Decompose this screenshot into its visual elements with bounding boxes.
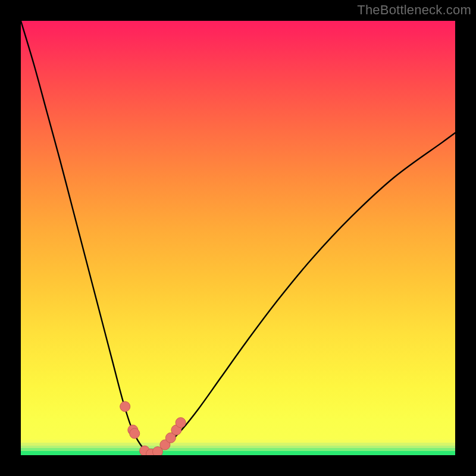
curve-left-branch — [21, 21, 149, 453]
outer-frame: TheBottleneck.com — [0, 0, 476, 476]
marker-group — [120, 402, 186, 455]
watermark-text: TheBottleneck.com — [357, 2, 471, 18]
marker-point — [176, 418, 186, 428]
curve-layer — [21, 21, 455, 455]
marker-point — [130, 428, 140, 439]
bottleneck-curve — [21, 21, 455, 453]
marker-point — [120, 402, 130, 412]
plot-area — [21, 21, 455, 455]
curve-right-branch — [149, 133, 455, 453]
